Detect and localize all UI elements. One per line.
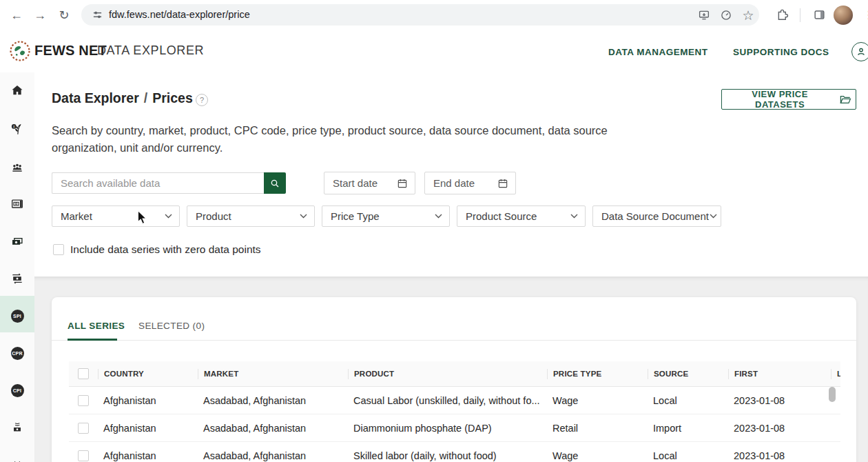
toolbar-divider [800,8,800,22]
forward-icon[interactable]: → [31,6,49,24]
app-header: FEWS NET DATA EXPLORER DATA MANAGEMENT S… [0,30,868,73]
table-header-row: COUNTRY MARKET PRODUCT PRICE TYPE SOURCE… [69,361,840,387]
url-text[interactable]: fdw.fews.net/data-explorer/price [109,9,250,20]
reload-icon[interactable]: ↻ [55,6,73,24]
zero-data-toggle-row: Include data series with zero data point… [53,243,261,256]
col-source[interactable]: SOURCE [648,369,728,379]
fews-net-logo[interactable] [9,40,31,65]
table-scrollbar-thumb[interactable] [829,387,836,402]
zero-data-label: Include data series with zero data point… [70,243,261,256]
sidebar-item-partial[interactable] [0,452,34,462]
active-tab-underline [68,339,117,341]
row-checkbox[interactable] [78,423,89,434]
market-filter[interactable]: Market [52,205,180,227]
table-row[interactable]: Afghanistan Asadabad, Afghanistan Skille… [69,442,840,462]
col-price-type[interactable]: PRICE TYPE [547,369,648,379]
price-type-filter[interactable]: Price Type [322,205,450,227]
sidebar-item-trade[interactable] [0,419,34,436]
partial-icon [10,454,24,462]
browser-menu-icon[interactable]: ⋮ [863,8,868,21]
tab-divider [52,340,856,341]
row-checkbox[interactable] [78,450,89,461]
col-first[interactable]: FIRST [728,369,831,379]
sidebar-item-cpi[interactable]: CPI [0,381,34,399]
sidebar-item-exchange-rates[interactable] [0,270,34,288]
nav-data-management[interactable]: DATA MANAGEMENT [608,47,707,57]
product-filter[interactable]: Product [187,205,315,227]
end-date-field[interactable]: End date [424,172,516,194]
page: ← → ↻ fdw.fews.net/data-explorer/price ☆ [0,0,868,462]
price-dataset-icon [10,197,24,211]
breadcrumb-root[interactable]: Data Explorer [52,90,139,106]
view-price-datasets-button[interactable]: VIEW PRICE DATASETS [721,89,856,110]
col-market[interactable]: MARKET [198,369,348,379]
profile-avatar[interactable] [834,6,853,25]
tab-selected[interactable]: SELECTED (0) [138,321,205,331]
sidebar-item-prices[interactable] [0,232,34,250]
col-country[interactable]: COUNTRY [98,369,198,379]
sidebar-item-crops[interactable]: ! [0,121,34,139]
select-all-checkbox[interactable] [78,368,89,379]
calendar-icon [497,178,508,189]
sidebar-item-home[interactable] [0,81,34,99]
extensions-icon[interactable] [774,7,789,22]
series-table: COUNTRY MARKET PRODUCT PRICE TYPE SOURCE… [69,361,840,462]
page-description: Search by country, market, product, CPC … [52,122,630,156]
nav-supporting-docs[interactable]: SUPPORTING DOCS [733,47,829,57]
chevron-down-icon [165,214,172,219]
chevron-down-icon [300,214,307,219]
account-icon[interactable] [851,42,868,61]
install-app-icon[interactable] [696,8,712,23]
select-all-cell [69,368,98,379]
table-row[interactable]: Afghanistan Asadabad, Afghanistan Casual… [69,387,840,414]
back-icon[interactable]: ← [8,6,25,24]
browser-toolbar: ← → ↻ fdw.fews.net/data-explorer/price ☆ [0,0,868,31]
side-panel-icon[interactable] [812,7,827,22]
prices-banknote-icon [10,234,24,248]
search-input[interactable] [52,172,264,194]
chevron-down-icon [710,214,717,219]
cpi-badge-icon: CPI [11,384,24,397]
home-icon [10,83,24,97]
crop-conditions-icon: ! [10,123,24,137]
start-date-field[interactable]: Start date [324,172,415,194]
sidebar-item-cpr[interactable]: CPR [0,344,34,362]
trade-flow-icon [10,421,24,434]
cpr-badge-icon: CPR [11,347,24,360]
markets-people-icon [10,161,24,174]
col-product[interactable]: PRODUCT [348,369,547,379]
search-bar [52,172,286,194]
breadcrumb: Data Explorer/Prices [52,90,193,106]
help-icon[interactable]: ? [196,94,208,106]
data-source-document-filter[interactable]: Data Source Document [592,205,721,227]
chevron-down-icon [435,214,442,219]
spi-badge-icon: SPI [11,310,24,323]
col-last[interactable]: LAST [831,369,840,379]
row-checkbox[interactable] [78,395,89,406]
search-button[interactable] [264,172,286,194]
site-settings-icon[interactable] [90,7,105,22]
table-row[interactable]: Afghanistan Asadabad, Afghanistan Diammo… [69,414,840,442]
app-title: DATA EXPLORER [97,43,204,58]
search-icon [269,178,280,189]
tab-all-series[interactable]: ALL SERIES [68,321,125,331]
performance-gauge-icon[interactable] [719,8,734,23]
chevron-down-icon [570,214,578,219]
address-bar[interactable]: fdw.fews.net/data-explorer/price ☆ [81,4,759,26]
folder-open-icon [840,94,851,105]
svg-text:!: ! [13,125,14,129]
sidebar-item-markets[interactable] [0,159,34,177]
sidebar-item-price-datasets[interactable] [0,195,34,213]
breadcrumb-current: Prices [152,90,193,106]
product-source-filter[interactable]: Product Source [457,205,586,227]
brand-title[interactable]: FEWS NET [34,43,107,59]
exchange-rates-icon [10,272,24,285]
calendar-icon [397,178,408,189]
zero-data-checkbox[interactable] [53,244,64,255]
bookmark-star-icon[interactable]: ☆ [741,8,756,23]
sidebar-item-spi[interactable]: SPI [0,307,34,325]
